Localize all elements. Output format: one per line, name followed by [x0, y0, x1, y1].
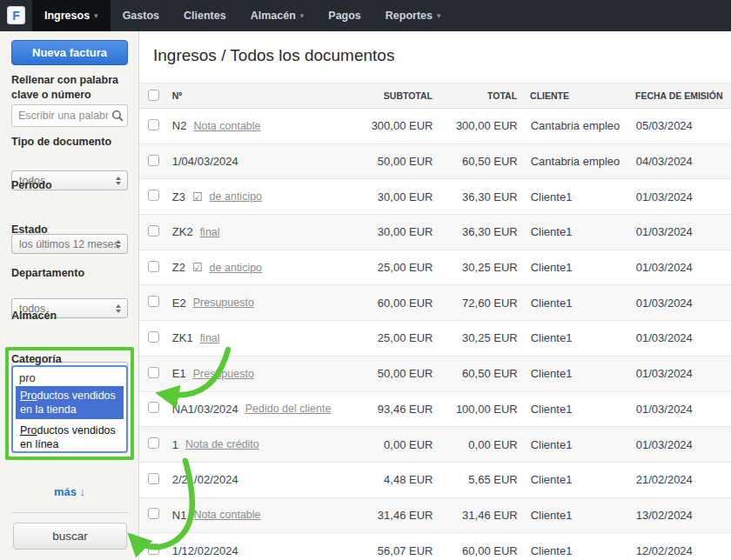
filter-label-document-type: Tipo de documento	[11, 135, 128, 150]
table-body: N2 Nota contable 300,00 EUR 300,00 EUR C…	[139, 109, 731, 560]
checked-box-icon: ☑	[192, 262, 203, 273]
document-type-link[interactable]: Pedido del cliente	[245, 403, 332, 415]
client-name: Cliente1	[518, 190, 636, 203]
filter-sidebar: Nueva factura Rellenar con palabra clave…	[0, 31, 139, 560]
row-checkbox[interactable]	[148, 331, 159, 343]
issue-date: 01/03/2024	[636, 190, 722, 203]
issue-date: 05/03/2024	[636, 119, 722, 132]
chevron-down-icon: ▾	[300, 11, 305, 20]
issue-date: 13/02/2024	[636, 509, 722, 522]
row-checkbox[interactable]	[148, 367, 159, 378]
row-checkbox[interactable]	[148, 119, 159, 130]
document-type-link[interactable]: final	[200, 332, 220, 344]
app-logo[interactable]: F	[7, 6, 25, 24]
document-number: E2	[172, 297, 186, 310]
table-row: 1/04/03/2024 50,00 EUR 60,50 EUR Cantabr…	[139, 144, 731, 180]
nav-item[interactable]: Gastos	[111, 0, 171, 31]
issue-date: 01/03/2024	[636, 297, 722, 310]
subtotal-value: 50,00 EUR	[336, 155, 433, 168]
subtotal-value: 50,00 EUR	[336, 367, 433, 380]
header-date: FECHA DE EMISIÓN	[635, 90, 722, 101]
issue-date: 12/02/2024	[636, 544, 722, 557]
filter-label-department: Departamento	[11, 266, 128, 281]
new-invoice-button[interactable]: Nueva factura	[11, 40, 128, 65]
client-name: Cliente1	[518, 509, 636, 522]
category-input[interactable]	[16, 370, 124, 386]
row-checkbox[interactable]	[148, 225, 159, 237]
client-name: Cliente1	[518, 331, 636, 344]
total-value: 31,46 EUR	[433, 509, 517, 522]
select-arrows-icon	[116, 240, 121, 249]
row-checkbox[interactable]	[148, 261, 159, 272]
client-name: Cliente1	[518, 438, 636, 451]
document-type-link[interactable]: de anticipo	[210, 262, 262, 274]
subtotal-value: 4,48 EUR	[336, 473, 433, 486]
table-row: E2 Presupuesto 60,00 EUR 72,60 EUR Clien…	[139, 285, 731, 321]
subtotal-value: 30,00 EUR	[336, 225, 433, 238]
document-number: E1	[172, 367, 186, 380]
checked-box-icon: ☑	[192, 191, 203, 203]
subtotal-value: 25,00 EUR	[336, 261, 433, 274]
more-filters-link[interactable]: más ↓	[11, 485, 128, 498]
row-checkbox[interactable]	[148, 190, 159, 201]
document-number: ZK2	[172, 225, 193, 238]
table-row: Z3 ☑ de anticipo 30,00 EUR 36,30 EUR Cli…	[139, 179, 731, 215]
issue-date: 01/03/2024	[636, 225, 722, 238]
total-value: 36,30 EUR	[433, 225, 517, 238]
nav-item[interactable]: Almacén ▾	[238, 0, 317, 31]
document-type-link[interactable]: de anticipo	[210, 190, 262, 203]
total-value: 0,00 EUR	[433, 438, 517, 451]
total-value: 36,30 EUR	[433, 190, 517, 203]
document-number: Z3	[172, 190, 185, 203]
document-type-link[interactable]: Nota contable	[193, 120, 260, 132]
client-name: Cliente1	[518, 225, 636, 238]
document-number: 1/12/02/2024	[172, 544, 238, 557]
row-checkbox[interactable]	[148, 296, 159, 307]
row-checkbox[interactable]	[148, 437, 159, 449]
table-row: N1 Nota contable 31,46 EUR 31,46 EUR Cli…	[139, 498, 731, 534]
client-name: Cantabria empleo	[518, 119, 636, 132]
category-suggestion-item[interactable]: Productos vendidos en línea	[16, 421, 124, 454]
subtotal-value: 30,00 EUR	[336, 190, 433, 203]
nav-item[interactable]: Ingresos ▾	[32, 0, 111, 31]
total-value: 30,25 EUR	[433, 331, 517, 344]
category-suggestion-item[interactable]: Productos vendidos en la tienda	[16, 386, 124, 419]
row-checkbox[interactable]	[148, 508, 159, 519]
nav-item[interactable]: Pagos	[316, 0, 373, 31]
search-button[interactable]: buscar	[13, 523, 127, 550]
total-value: 100,00 EUR	[433, 403, 517, 416]
client-name: Cliente1	[518, 473, 636, 486]
total-value: 5,65 EUR	[433, 473, 517, 486]
client-name: Cliente1	[518, 297, 636, 310]
row-checkbox[interactable]	[148, 543, 159, 555]
subtotal-value: 56,07 EUR	[336, 544, 433, 557]
row-checkbox[interactable]	[148, 155, 159, 166]
header-number: Nº	[172, 90, 336, 101]
document-number: Z2	[172, 261, 185, 274]
document-number: 1	[172, 438, 178, 451]
nav-item[interactable]: Clientes	[171, 0, 238, 31]
nav-item-label: Clientes	[184, 10, 226, 22]
document-type-link[interactable]: Nota contable	[193, 509, 260, 521]
nav-item[interactable]: Reportes ▾	[373, 0, 453, 31]
row-checkbox[interactable]	[148, 473, 159, 484]
select-all-checkbox[interactable]	[148, 90, 159, 101]
row-checkbox[interactable]	[148, 402, 159, 413]
document-type-link[interactable]: final	[200, 226, 220, 238]
table-header-row: Nº SUBTOTAL TOTAL CLIENTE FECHA DE EMISI…	[139, 83, 731, 109]
document-type-link[interactable]: Presupuesto	[193, 297, 254, 309]
header-total: TOTAL	[433, 90, 517, 101]
issue-date: 04/03/2024	[636, 155, 722, 168]
documents-table: Nº SUBTOTAL TOTAL CLIENTE FECHA DE EMISI…	[139, 83, 731, 560]
total-value: 60,00 EUR	[433, 544, 517, 557]
table-row: 1 Nota de crédito 0,00 EUR 0,00 EUR Clie…	[139, 427, 731, 463]
document-type-link[interactable]: Nota de crédito	[185, 438, 259, 450]
client-name: Cliente1	[518, 544, 636, 557]
subtotal-value: 300,00 EUR	[336, 119, 433, 132]
document-type-link[interactable]: Presupuesto	[193, 368, 254, 380]
top-navigation-bar: F Ingresos ▾ Gastos Clientes Almacén ▾ P…	[0, 0, 731, 31]
subtotal-value: 60,00 EUR	[336, 297, 433, 310]
keyword-input[interactable]	[11, 104, 128, 127]
table-row: E1 Presupuesto 50,00 EUR 60,50 EUR Clien…	[139, 357, 731, 392]
table-row: 2/21/02/2024 4,48 EUR 5,65 EUR Cliente1 …	[139, 463, 731, 498]
